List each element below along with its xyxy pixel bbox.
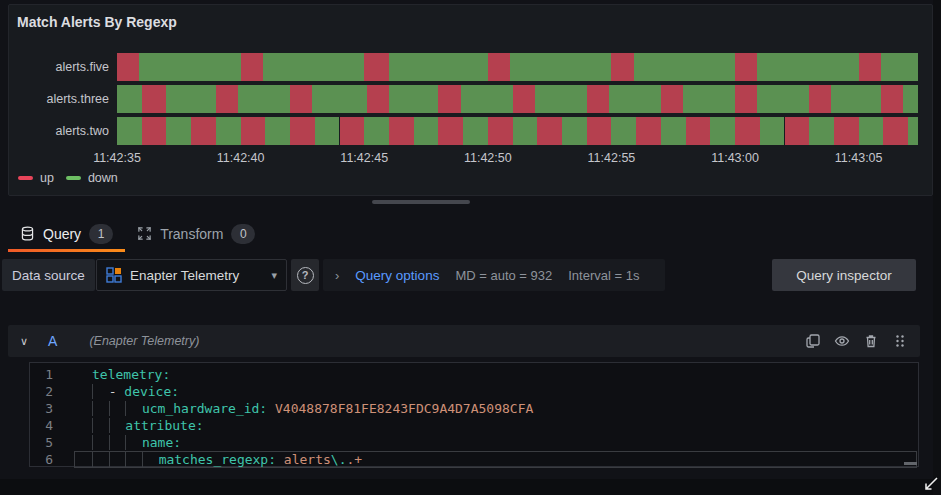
timeline-segment-up xyxy=(636,117,661,145)
timeline-segment-down xyxy=(634,53,735,81)
max-data-points-value: MD = auto = 932 xyxy=(455,268,552,283)
line-content: attribute: xyxy=(92,417,918,434)
timeline-segment-down xyxy=(117,85,142,113)
query-row-header[interactable]: ∨ A (Enapter Telemetry) xyxy=(8,325,920,357)
tab-query-count: 1 xyxy=(89,224,113,244)
timeline-segment-up xyxy=(290,117,315,145)
line-number: 6 xyxy=(30,451,53,468)
datasource-field-label: Data source xyxy=(2,259,95,291)
line-number: 3 xyxy=(30,400,53,417)
timeline-segment-up xyxy=(290,85,312,113)
timeline-row xyxy=(117,53,918,81)
tab-query[interactable]: Query 1 xyxy=(8,215,125,252)
resize-cursor xyxy=(922,476,939,493)
timeline-segment-down xyxy=(414,117,439,145)
line-number: 4 xyxy=(30,417,53,434)
timeline-segment-up xyxy=(735,85,757,113)
series-label: alerts.five xyxy=(9,53,109,81)
timeline-segment-up xyxy=(611,53,633,81)
query-options-bar: › Query options MD = auto = 932 Interval… xyxy=(323,259,665,291)
collapse-chevron-icon[interactable]: ∨ xyxy=(20,335,28,348)
editor-tabs: Query 1 Transform 0 xyxy=(0,215,941,252)
datasource-name: Enapter Telemetry xyxy=(130,268,263,283)
line-number: 5 xyxy=(30,434,53,451)
timeline-segment-up xyxy=(117,53,139,81)
code-line[interactable]: 4 attribute: xyxy=(30,417,918,434)
editor-scrollbar-thumb[interactable] xyxy=(904,462,917,465)
timeline-segment-up xyxy=(142,117,167,145)
timeline-segment-down xyxy=(757,85,809,113)
active-tab-indicator xyxy=(8,249,125,252)
datasource-picker[interactable]: Enapter Telemetry ▾ xyxy=(96,259,287,291)
timeline-segment-down xyxy=(463,117,488,145)
legend-label: down xyxy=(88,171,118,185)
tab-transform[interactable]: Transform 0 xyxy=(125,215,267,252)
timeline-segment-down xyxy=(315,117,340,145)
timeline-segment-up xyxy=(735,117,760,145)
timeline-segment-up xyxy=(438,85,460,113)
timeline-segment-up xyxy=(389,117,414,145)
drag-handle-icon[interactable] xyxy=(892,333,908,349)
timeline-segment-down xyxy=(683,85,735,113)
code-line[interactable]: 3 ucm_hardware_id: V4048878F81FE8243FDC9… xyxy=(30,400,918,417)
axis-tick-label: 11:42:35 xyxy=(93,151,141,165)
interval-value: Interval = 1s xyxy=(568,268,639,283)
timeline-segment-down xyxy=(513,117,538,145)
timeline-segment-down xyxy=(609,85,661,113)
line-content: name: xyxy=(92,434,918,451)
line-number: 1 xyxy=(30,366,53,383)
timeline-segment-down xyxy=(908,117,918,145)
timeline-segment-down xyxy=(611,117,636,145)
timeline-segment-up xyxy=(881,85,903,113)
timeline-row xyxy=(117,117,918,145)
query-toolbar: Data source Enapter Telemetry ▾ ? › Quer… xyxy=(0,259,941,291)
query-datasource-hint: (Enapter Telemetry) xyxy=(89,334,199,348)
legend-swatch xyxy=(66,176,81,180)
code-line[interactable]: 2 - device: xyxy=(30,383,918,400)
tab-transform-label: Transform xyxy=(160,226,223,242)
hide-query-eye-icon[interactable] xyxy=(834,333,850,349)
code-line[interactable]: 6 matches_regexp: alerts\..+ xyxy=(30,451,918,468)
timeline-segment-down xyxy=(859,117,884,145)
timeline-segment-up xyxy=(735,53,757,81)
line-content: - device: xyxy=(92,383,918,400)
right-gutter xyxy=(933,0,941,495)
code-lines: 1telemetry:2 - device:3 ucm_hardware_id:… xyxy=(30,366,918,468)
chevron-down-icon: ▾ xyxy=(271,269,277,282)
timeline-segment-down xyxy=(903,85,918,113)
legend-label: up xyxy=(40,171,54,185)
timeline-segment-down xyxy=(881,53,918,81)
timeline-segment-down xyxy=(389,85,438,113)
legend-item-up[interactable]: up xyxy=(18,171,54,185)
legend-swatch xyxy=(18,176,33,180)
query-options-toggle[interactable]: Query options xyxy=(355,268,439,283)
yaml-query-editor[interactable]: 1telemetry:2 - device:3 ucm_hardware_id:… xyxy=(29,362,919,467)
timeline-segment-down xyxy=(757,53,858,81)
transform-icon xyxy=(137,226,152,241)
timeline-segment-up xyxy=(364,53,389,81)
timeline-segment-down xyxy=(510,53,611,81)
code-line[interactable]: 1telemetry: xyxy=(30,366,918,383)
datasource-help-button[interactable]: ? xyxy=(291,259,319,291)
timeline-segment-up xyxy=(587,85,609,113)
duplicate-query-icon[interactable] xyxy=(805,333,821,349)
legend-item-down[interactable]: down xyxy=(66,171,118,185)
code-line[interactable]: 5 name: xyxy=(30,434,918,451)
query-inspector-button[interactable]: Query inspector xyxy=(772,259,916,291)
legend: updown xyxy=(18,171,118,185)
delete-query-trash-icon[interactable] xyxy=(863,333,879,349)
timeline-segment-up xyxy=(661,85,683,113)
pane-resize-handle[interactable] xyxy=(372,200,470,204)
axis-tick-label: 11:42:50 xyxy=(464,151,512,165)
grafana-panel-editor: Match Alerts By Regexp alerts.fivealerts… xyxy=(0,0,941,495)
line-number: 2 xyxy=(30,383,53,400)
timeline-panel: Match Alerts By Regexp alerts.fivealerts… xyxy=(8,4,933,196)
chevron-right-icon[interactable]: › xyxy=(335,268,339,283)
timeline-segment-up xyxy=(241,117,266,145)
timeline-segment-down xyxy=(265,117,290,145)
line-content: telemetry: xyxy=(92,366,918,383)
timeline-segment-up xyxy=(537,117,562,145)
timeline-segment-down xyxy=(166,117,191,145)
timeline-segment-up xyxy=(438,117,463,145)
enapter-datasource-icon xyxy=(106,267,122,283)
